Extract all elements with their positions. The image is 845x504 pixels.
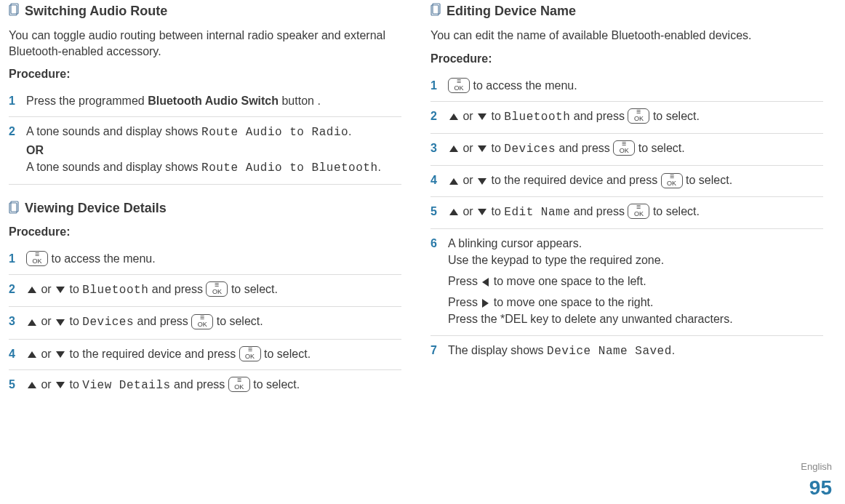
step-text: or: [460, 205, 476, 217]
step-text: .: [377, 161, 380, 173]
step-text: A tone sounds and display shows: [26, 125, 201, 137]
step-text: to access the menu.: [470, 79, 577, 92]
section-heading-editing-name: Editing Device Name: [430, 3, 823, 19]
arrow-up-icon: [28, 382, 36, 388]
step-text: to select.: [635, 142, 684, 154]
step-text: and press: [134, 315, 191, 327]
step-row: 2 or to Bluetooth and press OK to select…: [430, 102, 823, 134]
step-row: 7 The display shows Device Name Saved.: [430, 336, 823, 367]
step-text: Press the programmed: [26, 95, 148, 107]
ok-button-icon: OK: [228, 377, 250, 392]
document-stack-icon: [9, 3, 19, 19]
step-number: 2: [9, 281, 22, 297]
step-row: 2 or to Bluetooth and press OK to select…: [9, 275, 401, 307]
procedure-label: Procedure:: [9, 68, 401, 81]
step-row: 4 or to the required device and press OK…: [9, 340, 401, 370]
intro-text: You can edit the name of available Bluet…: [430, 28, 823, 44]
section-heading-viewing-details: Viewing Device Details: [9, 201, 401, 217]
step-text: Use the keypad to type the required zone…: [448, 252, 823, 268]
step-number: 1: [430, 77, 444, 94]
step-text: or: [460, 174, 476, 186]
arrow-left-icon: [482, 278, 489, 287]
step-number: 5: [430, 203, 444, 220]
document-stack-icon: [9, 201, 19, 217]
ok-button-icon: OK: [628, 204, 649, 219]
step-content: or to Edit Name and press OK to select.: [448, 203, 823, 221]
step-number: 7: [430, 342, 444, 359]
display-text: Devices: [82, 316, 134, 329]
procedure-label: Procedure:: [430, 52, 823, 65]
step-text: or: [460, 142, 476, 154]
arrow-down-icon: [56, 319, 65, 326]
arrow-down-icon: [56, 287, 65, 293]
step-content: or to Bluetooth and press OK to select.: [26, 281, 401, 299]
arrow-up-icon: [449, 178, 458, 185]
or-label: OR: [26, 142, 401, 159]
ok-button-icon: OK: [239, 346, 261, 361]
step-text: to the required device and press: [488, 174, 660, 186]
step-text: to select.: [649, 205, 699, 217]
ok-button-icon: OK: [26, 251, 48, 266]
left-column: Switching Audio Route You can toggle aud…: [9, 0, 401, 401]
step-text: or: [38, 348, 55, 360]
step-content: A tone sounds and display shows Route Au…: [26, 123, 401, 177]
step-text: or: [460, 110, 476, 122]
ok-button-icon: OK: [206, 281, 228, 297]
step-text: .: [672, 344, 675, 356]
display-text: Route Audio to Radio: [201, 126, 348, 139]
right-column: Editing Device Name You can edit the nam…: [430, 0, 823, 401]
step-content: or to the required device and press OK t…: [448, 172, 823, 188]
step-content: OK to access the menu.: [448, 77, 823, 94]
arrow-down-icon: [478, 209, 486, 215]
step-number: 1: [9, 92, 22, 109]
step-content: or to the required device and press OK t…: [26, 345, 401, 362]
step-text: Press to move one space to the left.: [448, 273, 823, 289]
section-title: Viewing Device Details: [25, 201, 167, 216]
step-text: to: [488, 142, 504, 154]
ok-button-icon: OK: [448, 78, 470, 93]
step-content: or to Bluetooth and press OK to select.: [448, 108, 823, 126]
step-text: Press the *DEL key to delete any unwante…: [448, 311, 823, 327]
display-text: Route Audio to Bluetooth: [201, 161, 377, 175]
arrow-up-icon: [28, 351, 36, 358]
arrow-down-icon: [56, 382, 65, 388]
step-text: and press: [556, 142, 613, 154]
display-text: Bluetooth: [82, 284, 148, 297]
arrow-up-icon: [28, 319, 36, 326]
step-row: 6 A blinking cursor appears. Use the key…: [430, 229, 823, 336]
step-text: to select.: [213, 315, 263, 327]
step-text: Press to move one space to the right.: [448, 294, 823, 311]
step-content: The display shows Device Name Saved.: [448, 342, 823, 360]
arrow-down-icon: [478, 113, 486, 120]
step-text: or: [38, 315, 55, 327]
arrow-up-icon: [449, 145, 458, 152]
step-number: 3: [9, 313, 22, 329]
step-row: 3 or to Devices and press OK to select.: [9, 307, 401, 339]
step-text: to: [66, 283, 82, 295]
step-number: 1: [9, 250, 22, 267]
step-content: Press the programmed Bluetooth Audio Swi…: [26, 92, 401, 109]
ok-button-icon: OK: [628, 108, 649, 124]
step-text: to: [66, 315, 82, 327]
ok-button-icon: OK: [613, 140, 635, 156]
ok-button-icon: OK: [191, 314, 213, 329]
step-text: A blinking cursor appears.: [448, 235, 823, 252]
step-content: or to Devices and press OK to select.: [448, 140, 823, 158]
step-row: 4 or to the required device and press OK…: [430, 166, 823, 196]
step-number: 3: [430, 140, 444, 156]
step-text: button .: [279, 95, 321, 107]
step-content: or to View Details and press OK to selec…: [26, 376, 401, 394]
arrow-up-icon: [28, 287, 36, 293]
language-label: English: [801, 461, 832, 472]
step-row: 3 or to Devices and press OK to select.: [430, 134, 823, 166]
section-title: Switching Audio Route: [25, 4, 167, 19]
step-number: 2: [430, 108, 444, 124]
procedure-label: Procedure:: [9, 225, 401, 239]
arrow-down-icon: [56, 351, 65, 358]
step-content: or to Devices and press OK to select.: [26, 313, 401, 331]
step-text: and press: [570, 205, 628, 217]
arrow-up-icon: [449, 209, 458, 215]
step-row: 1 OK to access the menu.: [430, 71, 823, 102]
step-text: to select.: [228, 283, 277, 295]
step-text: to access the menu.: [48, 252, 156, 265]
